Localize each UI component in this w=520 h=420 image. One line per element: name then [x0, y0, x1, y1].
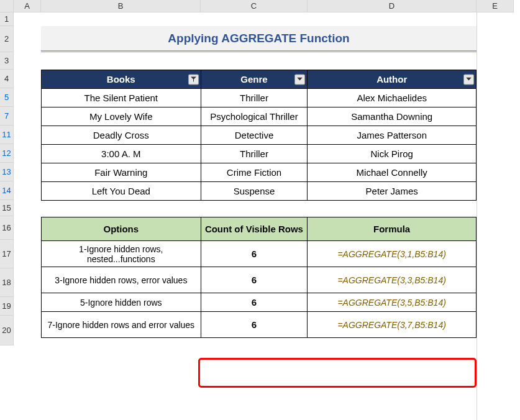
count-cell[interactable]: 6: [201, 312, 308, 338]
table-row[interactable]: The Silent PatientThrillerAlex Michaelid…: [42, 89, 477, 107]
books-header[interactable]: Books: [42, 70, 201, 89]
table-row[interactable]: 7-Ignore hidden rows and error values6=A…: [42, 312, 477, 338]
filter-button-genre[interactable]: [294, 74, 305, 84]
cell[interactable]: James Patterson: [308, 126, 477, 145]
chevron-down-icon: [297, 78, 303, 81]
row-header[interactable]: 12: [0, 144, 14, 163]
row-header[interactable]: 2: [0, 26, 14, 52]
genre-header[interactable]: Genre: [201, 70, 308, 89]
select-all-corner[interactable]: [0, 0, 14, 12]
col-header-b[interactable]: B: [41, 0, 201, 12]
cell[interactable]: Psychological Thriller: [201, 107, 308, 126]
cell[interactable]: Michael Connelly: [308, 163, 477, 182]
count-cell[interactable]: 6: [201, 241, 308, 267]
formula-cell[interactable]: =AGGREGATE(3,3,B5:B14): [308, 267, 477, 293]
options-table: Options Count of Visible Rows Formula 1-…: [41, 217, 477, 338]
row-header[interactable]: 18: [0, 268, 14, 297]
cell[interactable]: 3:00 A. M: [42, 145, 201, 163]
author-header[interactable]: Author: [308, 70, 477, 89]
table-row[interactable]: My Lovely WifePsychological ThrillerSama…: [42, 107, 477, 126]
books-table: Books Genre Author: [41, 70, 477, 201]
header-label: Author: [376, 74, 407, 84]
cell[interactable]: Suspense: [201, 182, 308, 201]
option-cell[interactable]: 3-Ignore hidden rows, error values: [42, 267, 201, 293]
row-header[interactable]: 19: [0, 297, 14, 316]
cell[interactable]: Fair Warning: [42, 163, 201, 182]
table-row[interactable]: 3-Ignore hidden rows, error values6=AGGR…: [42, 267, 477, 293]
row-header[interactable]: 7: [0, 107, 14, 126]
row-header[interactable]: 14: [0, 181, 14, 200]
option-cell[interactable]: 1-Ignore hidden rows, nested...functions: [42, 241, 201, 267]
row-header[interactable]: 3: [0, 52, 14, 70]
table-row[interactable]: Deadly CrossDetectiveJames Patterson: [42, 126, 477, 145]
col-header-c[interactable]: C: [201, 0, 308, 12]
cell[interactable]: Crime Fiction: [201, 163, 308, 182]
col-header-a[interactable]: A: [14, 0, 41, 12]
chevron-down-icon: [466, 78, 472, 81]
highlight-annotation: [198, 358, 477, 388]
header-label: Books: [107, 74, 135, 84]
row-header[interactable]: 1: [0, 12, 14, 26]
row-header[interactable]: 20: [0, 316, 14, 345]
formula-cell[interactable]: =AGGREGATE(3,5,B5:B14): [308, 293, 477, 312]
row-header[interactable]: 11: [0, 126, 14, 144]
row-header[interactable]: 17: [0, 240, 14, 268]
count-header: Count of Visible Rows: [201, 217, 308, 241]
cell[interactable]: Nick Pirog: [308, 145, 477, 163]
filter-button-books[interactable]: [188, 74, 199, 84]
cell[interactable]: Thriller: [201, 145, 308, 163]
cell[interactable]: Left You Dead: [42, 182, 201, 201]
table-row[interactable]: 5-Ignore hidden rows6=AGGREGATE(3,5,B5:B…: [42, 293, 477, 312]
cell[interactable]: Alex Michaelides: [308, 89, 477, 107]
row-header[interactable]: 4: [0, 70, 14, 88]
table-row[interactable]: Left You DeadSuspensePeter James: [42, 182, 477, 201]
row-header[interactable]: 13: [0, 163, 14, 181]
col-header-d[interactable]: D: [308, 0, 477, 12]
formula-header: Formula: [308, 217, 477, 241]
row-header[interactable]: 16: [0, 216, 14, 240]
table-row[interactable]: 3:00 A. MThrillerNick Pirog: [42, 145, 477, 163]
table-row[interactable]: 1-Ignore hidden rows, nested...functions…: [42, 241, 477, 267]
options-header: Options: [42, 217, 201, 241]
cell[interactable]: Detective: [201, 126, 308, 145]
count-cell[interactable]: 6: [201, 267, 308, 293]
filter-active-icon: [190, 76, 197, 83]
column-headers: A B C D E: [0, 0, 520, 12]
filter-button-author[interactable]: [463, 74, 474, 84]
cell[interactable]: Peter James: [308, 182, 477, 201]
option-cell[interactable]: 7-Ignore hidden rows and error values: [42, 312, 201, 338]
formula-cell[interactable]: =AGGREGATE(3,7,B5:B14): [308, 312, 477, 338]
cell[interactable]: My Lovely Wife: [42, 107, 201, 126]
formula-cell[interactable]: =AGGREGATE(3,1,B5:B14): [308, 241, 477, 267]
cell[interactable]: Thriller: [201, 89, 308, 107]
row-header[interactable]: 5: [0, 88, 14, 107]
row-headers: 1 2 3 4 5 7 11 12 13 14 15 16 17 18 19 2…: [0, 12, 14, 345]
col-header-e[interactable]: E: [477, 0, 514, 12]
row-header[interactable]: 15: [0, 200, 14, 216]
table-row[interactable]: Fair WarningCrime FictionMichael Connell…: [42, 163, 477, 182]
cell[interactable]: Deadly Cross: [42, 126, 201, 145]
option-cell[interactable]: 5-Ignore hidden rows: [42, 293, 201, 312]
cell[interactable]: Samantha Downing: [308, 107, 477, 126]
cell[interactable]: The Silent Patient: [42, 89, 201, 107]
header-label: Genre: [240, 74, 267, 84]
count-cell[interactable]: 6: [201, 293, 308, 312]
page-title: Applying AGGREGATE Function: [41, 26, 477, 52]
